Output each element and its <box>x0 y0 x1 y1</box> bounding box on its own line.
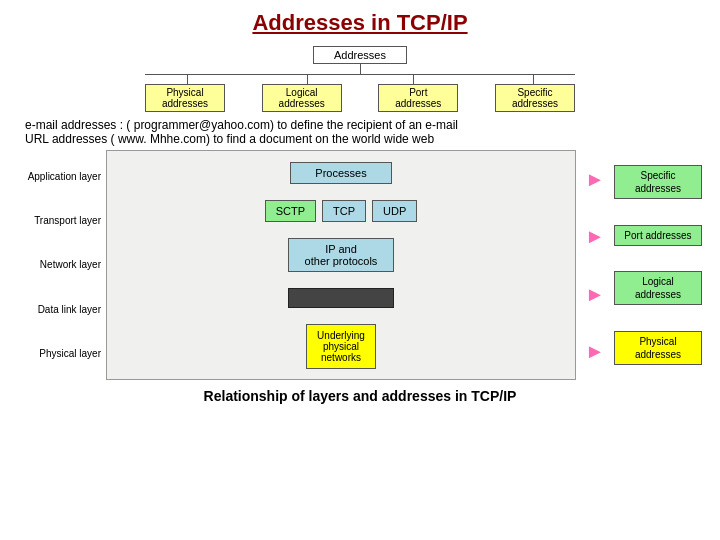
bottom-caption: Relationship of layers and addresses in … <box>0 388 720 404</box>
ip-other-box: IP and other protocols <box>288 238 395 272</box>
arrow-4: ► <box>585 341 605 361</box>
layer-labels-col: Application layer Transport layer Networ… <box>18 150 106 380</box>
arrow-2: ► <box>585 226 605 246</box>
port-right-box: Port addresses <box>614 225 702 246</box>
datalink-label: Data link layer <box>18 304 106 315</box>
top-diagram: Addresses Physicaladdresses Logicaladdre… <box>0 46 720 112</box>
processes-box: Processes <box>290 162 391 184</box>
top-root-box: Addresses <box>313 46 407 64</box>
logical-right-box: Logical addresses <box>614 271 702 305</box>
main-diagram: Application layer Transport layer Networ… <box>18 150 702 380</box>
port-addr-box: Portaddresses <box>378 84 458 112</box>
specific-right-box: Specific addresses <box>614 165 702 199</box>
transport-label: Transport layer <box>18 215 106 226</box>
tcp-box: TCP <box>322 200 366 222</box>
datalink-bar <box>288 288 393 308</box>
physical-right-box: Physical addresses <box>614 331 702 365</box>
text-section: e-mail addresses : ( programmer@yahoo.co… <box>25 118 695 146</box>
underlying-box: Underlying physical networks <box>306 324 376 369</box>
application-label: Application layer <box>18 171 106 182</box>
network-label: Network layer <box>18 259 106 270</box>
specific-addr-box: Specificaddresses <box>495 84 575 112</box>
page-title: Addresses in TCP/IP <box>0 0 720 42</box>
right-col: Specific addresses Port addresses Logica… <box>614 150 702 380</box>
sctp-box: SCTP <box>265 200 316 222</box>
center-col: Processes SCTP TCP UDP IP and other prot… <box>106 150 576 380</box>
arrow-1: ► <box>585 169 605 189</box>
arrows-col: ► ► ► ► <box>576 150 614 380</box>
logical-addr-box: Logicaladdresses <box>262 84 342 112</box>
url-text: URL addresses ( www. Mhhe.com) to find a… <box>25 132 695 146</box>
arrow-3: ► <box>585 284 605 304</box>
physical-addr-box: Physicaladdresses <box>145 84 225 112</box>
email-text: e-mail addresses : ( programmer@yahoo.co… <box>25 118 695 132</box>
physical-label: Physical layer <box>18 348 106 359</box>
udp-box: UDP <box>372 200 417 222</box>
